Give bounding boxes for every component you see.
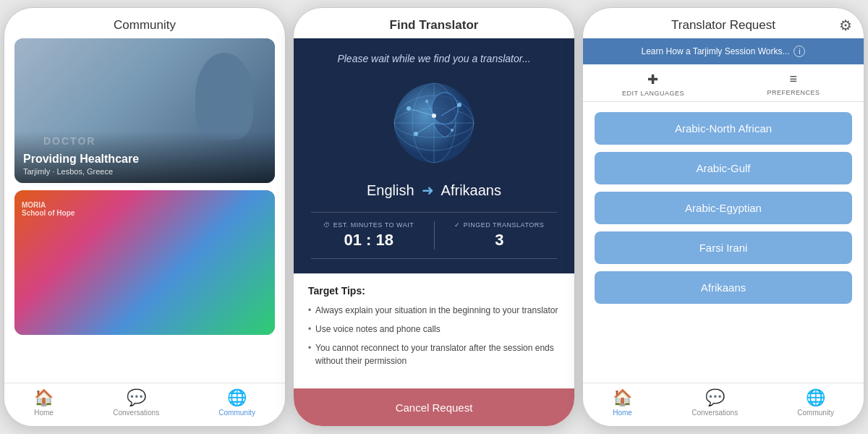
waiting-text: Please wait while we find you a translat… xyxy=(337,53,530,64)
svg-point-10 xyxy=(407,106,411,111)
svg-point-11 xyxy=(414,132,418,136)
wait-time-stat: ⏱ EST. MINUTES TO WAIT 01 : 18 xyxy=(311,221,427,250)
edit-languages-label: EDIT LANGUAGES xyxy=(622,90,684,97)
nav-conversations[interactable]: 💬 Conversations xyxy=(113,388,159,417)
pinged-label: ✓ PINGED TRANSLATORS xyxy=(454,221,544,229)
settings-gear-icon[interactable]: ⚙ xyxy=(839,17,852,34)
from-language: English xyxy=(367,182,414,199)
wait-time-value: 01 : 18 xyxy=(344,231,394,250)
phone-community: Community Providing Healthcare Tarjimly … xyxy=(4,7,286,427)
card-healthcare-subtitle: Tarjimly · Lesbos, Greece xyxy=(23,167,266,176)
community-icon: 🌐 xyxy=(227,388,247,407)
find-translator-header: Find Translator xyxy=(294,8,574,38)
p3-home-icon: 🏠 xyxy=(613,388,632,407)
p3-nav-community[interactable]: 🌐 Community xyxy=(797,388,834,417)
language-pair: English ➜ Afrikaans xyxy=(367,182,501,199)
preferences-label: PREFERENCES xyxy=(767,89,820,96)
nav-conversations-label: Conversations xyxy=(113,409,159,417)
card-healthcare-title: Providing Healthcare xyxy=(23,153,266,166)
translator-request-title: Translator Request xyxy=(671,18,775,33)
phone-translator-request: Translator Request ⚙ Learn How a Tarjiml… xyxy=(582,7,864,427)
nav-community-label: Community xyxy=(218,409,255,417)
community-header: Community xyxy=(4,8,285,38)
translator-request-navbar: 🏠 Home 💬 Conversations 🌐 Community xyxy=(583,383,864,426)
tip-1: Always explain your situation in the beg… xyxy=(308,304,560,317)
tips-section: Target Tips: Always explain your situati… xyxy=(294,273,574,388)
card-healthcare-overlay: Providing Healthcare Tarjimly · Lesbos, … xyxy=(14,131,275,183)
conversations-icon: 💬 xyxy=(127,388,146,407)
p3-community-icon: 🌐 xyxy=(806,388,825,407)
card-healthcare[interactable]: Providing Healthcare Tarjimly · Lesbos, … xyxy=(14,38,275,183)
session-info-banner[interactable]: Learn How a Tarjimly Session Works... i xyxy=(583,38,864,64)
p3-nav-conversations[interactable]: 💬 Conversations xyxy=(692,388,738,417)
banner-text: Learn How a Tarjimly Session Works... xyxy=(642,46,790,56)
pinged-value: 3 xyxy=(495,231,503,250)
nav-community[interactable]: 🌐 Community xyxy=(218,388,255,417)
translator-request-header: Translator Request ⚙ xyxy=(583,8,864,38)
phone-find-translator: Find Translator Please wait while we fin… xyxy=(293,7,575,427)
tips-title: Target Tips: xyxy=(308,285,560,297)
p3-nav-home[interactable]: 🏠 Home xyxy=(613,388,632,417)
p3-nav-community-label: Community xyxy=(797,409,834,417)
edit-languages-button[interactable]: ✚ EDIT LANGUAGES xyxy=(583,72,723,97)
lang-arabic-north-african[interactable]: Arabic-North African xyxy=(595,112,852,145)
p3-nav-home-label: Home xyxy=(613,409,632,417)
tip-3: You cannot reconnect to your translator … xyxy=(308,341,560,367)
home-icon: 🏠 xyxy=(34,388,54,407)
pinged-translators-stat: ✓ PINGED TRANSLATORS 3 xyxy=(442,221,558,250)
nav-home[interactable]: 🏠 Home xyxy=(34,388,54,417)
info-icon: i xyxy=(793,46,805,57)
svg-point-12 xyxy=(457,103,461,107)
translator-toolbar: ✚ EDIT LANGUAGES ≡ PREFERENCES xyxy=(583,64,864,102)
community-content: Providing Healthcare Tarjimly · Lesbos, … xyxy=(4,38,285,383)
lang-arabic-egyptian[interactable]: Arabic-Egyptian xyxy=(595,192,852,224)
language-list: Arabic-North African Arabic-Gulf Arabic-… xyxy=(583,102,864,383)
p3-conversations-icon: 💬 xyxy=(705,388,725,407)
card-moria[interactable] xyxy=(14,190,275,335)
nav-home-label: Home xyxy=(34,409,54,417)
translation-stats: ⏱ EST. MINUTES TO WAIT 01 : 18 ✓ PINGED … xyxy=(311,212,557,259)
clock-icon: ⏱ xyxy=(323,221,331,229)
lang-arabic-gulf[interactable]: Arabic-Gulf xyxy=(595,152,852,184)
community-navbar: 🏠 Home 💬 Conversations 🌐 Community xyxy=(4,383,285,426)
card-moria-image xyxy=(14,190,275,335)
lang-afrikaans[interactable]: Afrikaans xyxy=(595,271,852,304)
wait-time-label: ⏱ EST. MINUTES TO WAIT xyxy=(323,221,414,229)
globe-visualization xyxy=(387,76,481,170)
check-icon: ✓ xyxy=(454,221,461,229)
plus-icon: ✚ xyxy=(647,72,659,88)
find-translator-content: Please wait while we find you a translat… xyxy=(294,38,574,273)
language-arrow-icon: ➜ xyxy=(422,182,434,199)
stats-divider xyxy=(434,221,435,250)
preferences-button[interactable]: ≡ PREFERENCES xyxy=(723,72,864,97)
lang-farsi-irani[interactable]: Farsi Irani xyxy=(595,231,852,264)
p3-nav-conversations-label: Conversations xyxy=(692,409,738,417)
preferences-icon: ≡ xyxy=(789,72,797,87)
tip-2: Use voice notes and phone calls xyxy=(308,323,560,336)
cancel-request-button[interactable]: Cancel Request xyxy=(294,388,574,426)
to-language: Afrikaans xyxy=(441,182,501,199)
